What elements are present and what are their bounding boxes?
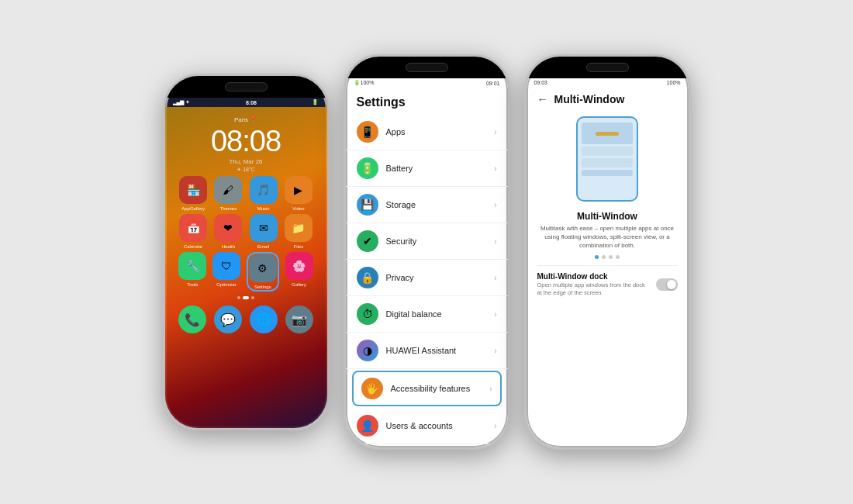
- dock-camera[interactable]: 📷: [285, 306, 313, 333]
- settings-item-accessibility[interactable]: 🖐 Accessibility features ›: [352, 371, 502, 406]
- phone-multiwindow: 09:03 100% ← Multi-Window Multi-Window M…: [524, 54, 691, 450]
- digital-balance-label: Digital balance: [386, 309, 487, 319]
- app-label-optimizer: Optimizer: [216, 282, 237, 287]
- dock-browser[interactable]: 🌐: [250, 306, 278, 333]
- status-bar-1: ▂▄▆ ✦ 8:08 🔋: [165, 98, 327, 107]
- mw-setting-label: Multi-Window dock: [537, 272, 650, 281]
- app-video[interactable]: ▶ Video: [285, 176, 313, 211]
- app-appgallery[interactable]: 🏪 AppGallery: [179, 176, 207, 211]
- settings-item-apps[interactable]: 📱 Apps ›: [346, 114, 508, 150]
- huawei-assistant-icon: ◑: [357, 340, 378, 361]
- status-battery-1: 🔋: [312, 99, 319, 105]
- settings-item-users[interactable]: 👤 Users & accounts ›: [346, 408, 508, 444]
- multiwindow-title: Multi-Window: [554, 93, 625, 105]
- home-dots: [237, 296, 254, 299]
- app-files[interactable]: 📁 Files: [285, 214, 313, 249]
- settings-item-battery[interactable]: 🔋 Battery ›: [346, 150, 508, 187]
- app-optimizer[interactable]: 🛡 Optimizer: [212, 252, 240, 292]
- mw-dot-1: [595, 255, 599, 259]
- mw-setting-row: Multi-Window dock Open multiple app wind…: [537, 272, 678, 298]
- status-signal-1: ▂▄▆ ✦: [173, 99, 191, 105]
- app-calendar[interactable]: 📅 Calendar: [179, 214, 207, 249]
- app-icon-optimizer: 🛡: [212, 252, 240, 280]
- status-time-1: 8:08: [246, 100, 257, 105]
- lockscreen-content: Paris 📍 08:08 Thu, Mar 26 ☀ 18°C 🏪 AppGa…: [165, 107, 327, 428]
- dock-messages[interactable]: 💬: [214, 306, 242, 333]
- phone-lockscreen: ▂▄▆ ✦ 8:08 🔋 Paris 📍 08:08 Thu, Mar 26 ☀…: [163, 74, 330, 430]
- apps-label: Apps: [386, 127, 487, 136]
- apps-icon: 📱: [357, 121, 378, 143]
- settings-item-privacy[interactable]: 🔒 Privacy ›: [346, 260, 508, 296]
- app-label-themes: Themes: [220, 206, 237, 211]
- mw-top-panel: [582, 123, 633, 144]
- battery-icon: 🔋: [357, 157, 378, 179]
- settings-screen: Settings 📱 Apps › 🔋 Battery › 💾 Storage …: [346, 88, 508, 447]
- app-label-music: Music: [257, 206, 270, 211]
- apps-row-1: 🏪 AppGallery 🖌 Themes 🎵 Music ▶ Video: [173, 176, 319, 211]
- status-time-2: 09:01: [486, 81, 500, 86]
- apps-row-2: 📅 Calendar ❤ Health ✉ Email 📁 Files: [173, 214, 319, 249]
- mw-feature-title: Multi-Window: [537, 211, 678, 222]
- mw-mid-panel: [582, 147, 633, 156]
- huawei-assistant-label: HUAWEI Assistant: [386, 346, 487, 355]
- dot-1: [237, 296, 240, 299]
- mw-indicator-dots: [537, 255, 678, 259]
- camera-notch-1: [225, 82, 268, 91]
- security-label: Security: [386, 236, 487, 246]
- users-icon: 👤: [357, 415, 378, 437]
- app-icon-email: ✉: [250, 214, 278, 242]
- settings-item-system[interactable]: ⚙ System & updates ›: [346, 444, 508, 447]
- mw-gold-bar: [596, 132, 619, 136]
- mw-feature-desc: Multitask with ease – open multiple apps…: [537, 224, 678, 250]
- app-label-settings: Settings: [254, 285, 271, 289]
- battery-chevron: ›: [494, 164, 496, 173]
- privacy-label: Privacy: [386, 273, 487, 282]
- app-tools[interactable]: 🔧 Tools: [178, 252, 206, 292]
- status-bar-3: 09:03 100%: [527, 78, 689, 87]
- storage-chevron: ›: [494, 201, 496, 209]
- mw-dot-2: [602, 255, 606, 259]
- app-label-gallery: Gallery: [292, 282, 306, 287]
- app-label-calendar: Calendar: [184, 244, 202, 249]
- city-name: Paris: [234, 116, 248, 123]
- lock-date: Thu, Mar 26: [229, 158, 262, 165]
- app-label-appgallery: AppGallery: [181, 206, 205, 211]
- lock-city: Paris 📍: [234, 116, 257, 123]
- app-settings[interactable]: ⚙ Settings: [247, 252, 279, 292]
- status-battery-3: 100%: [667, 80, 681, 85]
- settings-item-security[interactable]: ✔ Security ›: [346, 223, 508, 260]
- mw-setting-sublabel: Open multiple app windows from the dock …: [537, 281, 650, 298]
- mw-header: ← Multi-Window: [537, 87, 678, 110]
- battery-label: Battery: [386, 164, 487, 173]
- app-label-video: Video: [292, 206, 304, 211]
- notch-bar-1: [165, 76, 327, 98]
- mw-dot-3: [609, 255, 613, 259]
- app-email[interactable]: ✉ Email: [250, 214, 278, 249]
- status-bar-2: 🔋100% 09:01: [346, 78, 508, 88]
- app-gallery[interactable]: 🌸 Gallery: [285, 252, 313, 292]
- app-themes[interactable]: 🖌 Themes: [214, 176, 242, 211]
- dock-phone[interactable]: 📞: [178, 306, 206, 333]
- apps-row-3: 🔧 Tools 🛡 Optimizer ⚙ Settings 🌸 Gallery: [173, 252, 319, 292]
- dot-2-active: [243, 296, 249, 299]
- lock-weather: ☀ 18°C: [237, 167, 255, 173]
- notch-bar-3: [527, 57, 689, 78]
- app-label-tools: Tools: [187, 282, 198, 287]
- mw-divider: [537, 265, 678, 266]
- app-icon-calendar: 📅: [179, 214, 207, 242]
- apps-chevron: ›: [494, 128, 496, 136]
- app-label-email: Email: [257, 244, 269, 249]
- app-icon-themes: 🖌: [214, 176, 242, 204]
- storage-label: Storage: [386, 200, 487, 209]
- app-music[interactable]: 🎵 Music: [250, 176, 278, 211]
- accessibility-icon: 🖐: [361, 378, 383, 399]
- settings-item-storage[interactable]: 💾 Storage ›: [346, 187, 508, 223]
- back-button[interactable]: ←: [537, 93, 548, 105]
- settings-title: Settings: [346, 88, 508, 114]
- settings-item-huawei-assistant[interactable]: ◑ HUAWEI Assistant ›: [346, 333, 508, 369]
- location-dot: 📍: [250, 116, 257, 123]
- multiwindow-dock-toggle[interactable]: [656, 278, 678, 291]
- mw-setting-info: Multi-Window dock Open multiple app wind…: [537, 272, 650, 298]
- app-health[interactable]: ❤ Health: [214, 214, 242, 249]
- settings-item-digital-balance[interactable]: ⏱ Digital balance ›: [346, 296, 508, 333]
